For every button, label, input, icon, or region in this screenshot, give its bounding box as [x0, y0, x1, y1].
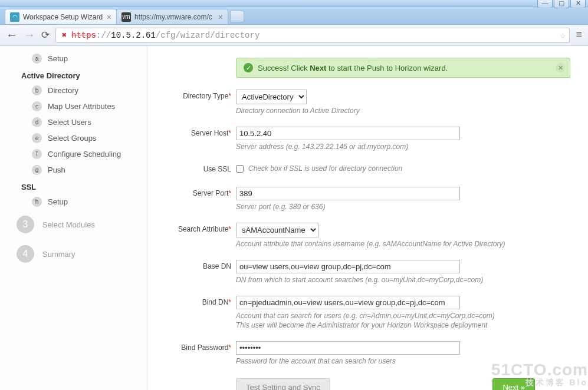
step-badge-icon: e [32, 133, 42, 143]
directory-type-hint: Directory connection to Active Directory [236, 107, 570, 115]
insecure-lock-icon: ✖ [60, 31, 69, 40]
step-badge-icon: h [32, 197, 42, 207]
new-tab-button[interactable] [230, 11, 244, 22]
sidebar-item-label: Setup [48, 54, 68, 63]
sidebar-item-map-user-attributes[interactable]: cMap User Attributes [12, 98, 141, 114]
bind-dn-hint1: Account that can search for users (e.g. … [236, 312, 570, 320]
step-badge-icon: f [32, 149, 42, 159]
window-titlebar: — ▢ ✕ [0, 0, 588, 7]
close-window-button[interactable]: ✕ [570, 0, 586, 8]
back-button[interactable]: ← [6, 28, 18, 42]
sidebar-item-label: Select Users [48, 118, 91, 127]
sidebar-item-push[interactable]: gPush [12, 162, 141, 178]
browser-menu-icon[interactable]: ≡ [576, 29, 582, 41]
sidebar-section-ssl: SSL [12, 178, 141, 194]
browser-tabs-bar: ◠ Workspace Setup Wizard × vm https://my… [0, 7, 588, 25]
step-number-icon: 3 [17, 216, 34, 233]
alert-close-icon[interactable]: ✕ [556, 63, 565, 72]
sidebar-item-setup[interactable]: a Setup [12, 51, 141, 67]
server-port-label: Server Port* [153, 187, 236, 197]
sidebar-item-directory[interactable]: bDirectory [12, 82, 141, 98]
check-circle-icon: ✓ [244, 63, 253, 72]
url-host: 10.5.2.61 [111, 31, 156, 40]
sidebar-item-select-groups[interactable]: eSelect Groups [12, 130, 141, 146]
step-number-icon: 4 [17, 245, 34, 263]
sidebar-item-label: Directory [48, 86, 78, 95]
address-bar[interactable]: ✖ https://10.5.2.61/cfg/wizard/directory… [55, 28, 570, 43]
url-path: /cfg/wizard/directory [156, 31, 259, 40]
sidebar-section-active-directory: Active Directory [12, 67, 141, 82]
sidebar-item-label: Setup [48, 197, 68, 206]
step-badge-icon: a [32, 54, 42, 64]
next-button[interactable]: Next » [492, 378, 535, 390]
success-alert: ✓ Success! Click Next to start the Push … [236, 58, 570, 78]
server-port-input[interactable] [236, 187, 460, 200]
sidebar-item-label: Map User Attributes [48, 102, 115, 111]
sidebar-item-select-users[interactable]: dSelect Users [12, 114, 141, 130]
test-setting-button[interactable]: Test Setting and Sync [236, 378, 330, 390]
use-ssl-hint: Check box if SSL is used for directory c… [248, 164, 402, 173]
base-dn-label: Base DN [153, 260, 236, 270]
step-badge-icon: c [32, 101, 42, 111]
sidebar-item-ssl-setup[interactable]: hSetup [12, 194, 141, 210]
search-attribute-label: Search Attribute* [153, 223, 236, 233]
vmware-favicon-icon: vm [121, 12, 131, 22]
sidebar-step-select-modules[interactable]: 3 Select Modules [12, 210, 141, 239]
base-dn-hint: DN from which to start account searches … [236, 276, 570, 284]
bind-password-label: Bind Password* [153, 341, 236, 352]
search-attribute-hint: Account attribute that contains username… [236, 240, 570, 248]
bind-dn-label: Bind DN* [153, 296, 236, 306]
close-tab-icon[interactable]: × [107, 13, 111, 21]
minimize-button[interactable]: — [537, 0, 553, 8]
bookmark-star-icon[interactable]: ☆ [560, 29, 566, 41]
search-attribute-select[interactable]: sAMAccountName [236, 223, 318, 237]
step-badge-icon: g [32, 165, 42, 175]
sidebar-item-label: Select Modules [42, 220, 95, 229]
tab-workspace-wizard[interactable]: ◠ Workspace Setup Wizard × [5, 9, 117, 24]
browser-toolbar: ← → ⟳ ✖ https://10.5.2.61/cfg/wizard/dir… [0, 25, 588, 46]
reload-button[interactable]: ⟳ [41, 29, 50, 41]
directory-type-label: Directory Type* [153, 90, 236, 100]
wizard-main-panel: ✓ Success! Click Next to start the Push … [147, 46, 588, 390]
sidebar-step-summary[interactable]: 4 Summary [12, 239, 141, 269]
step-badge-icon: b [32, 85, 42, 95]
alert-text: Success! Click Next to start the Push to… [258, 64, 448, 72]
base-dn-input[interactable] [236, 260, 460, 273]
wizard-sidebar: a Setup Active Directory bDirectory cMap… [0, 46, 147, 390]
sidebar-item-label: Configure Scheduling [48, 150, 121, 158]
server-host-input[interactable] [236, 127, 460, 140]
forward-button[interactable]: → [24, 28, 35, 42]
server-host-hint: Server address (e.g. 143.23.22.145 or ad… [236, 143, 570, 151]
bind-dn-hint2: This user will become the Administrator … [236, 321, 570, 329]
maximize-button[interactable]: ▢ [554, 0, 569, 8]
sidebar-item-label: Summary [42, 250, 75, 259]
workspace-favicon-icon: ◠ [10, 12, 19, 22]
url-scheme: https [71, 31, 96, 40]
directory-type-select[interactable]: ActiveDirectory [236, 90, 307, 104]
bind-password-hint: Password for the account that can search… [236, 357, 570, 365]
server-host-label: Server Host* [153, 127, 236, 137]
sidebar-item-label: Select Groups [48, 134, 96, 143]
bind-password-input[interactable] [236, 341, 460, 355]
tab-title: https://my.vmware.com/c [134, 13, 212, 21]
tab-vmware[interactable]: vm https://my.vmware.com/c × [116, 9, 228, 24]
sidebar-item-configure-scheduling[interactable]: fConfigure Scheduling [12, 146, 141, 162]
use-ssl-label: Use SSL [153, 163, 236, 173]
close-tab-icon[interactable]: × [218, 13, 223, 21]
bind-dn-input[interactable] [236, 296, 460, 309]
use-ssl-checkbox[interactable] [236, 165, 244, 173]
step-badge-icon: d [32, 117, 42, 127]
tab-title: Workspace Setup Wizard [23, 13, 103, 21]
server-port-hint: Server port (e.g. 389 or 636) [236, 203, 570, 211]
sidebar-item-label: Push [48, 166, 65, 174]
